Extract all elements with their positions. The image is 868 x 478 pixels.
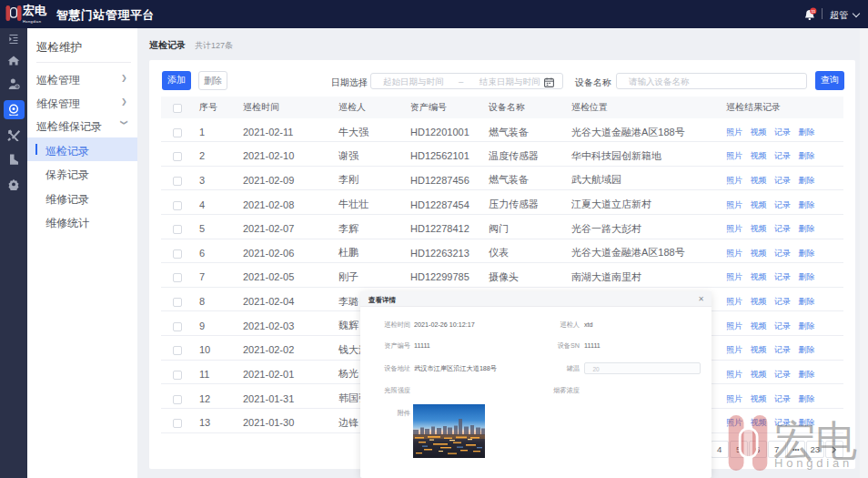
- svg-text:Hongdian: Hongdian: [774, 456, 853, 470]
- svg-text:11: 11: [811, 9, 815, 14]
